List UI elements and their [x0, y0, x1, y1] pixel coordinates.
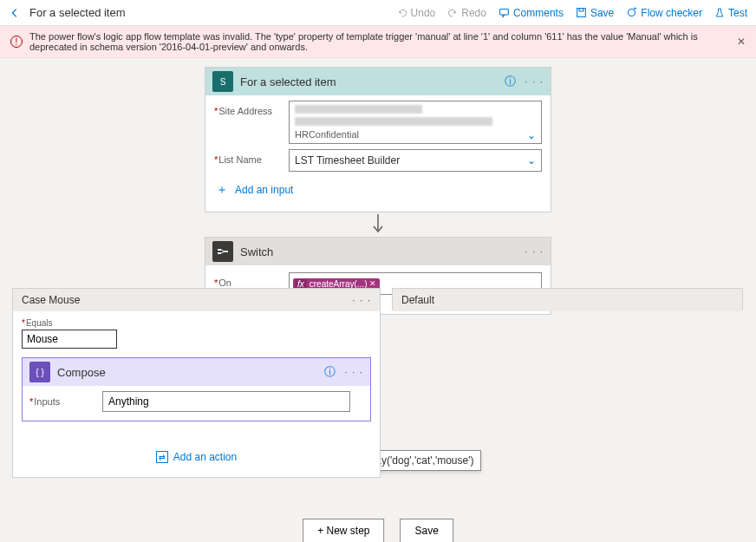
save-button[interactable]: Save: [576, 7, 614, 19]
case-header[interactable]: Case Mouse · · ·: [13, 289, 380, 311]
svg-line-8: [221, 250, 225, 251]
chevron-down-icon: ⌄: [527, 129, 536, 141]
svg-rect-5: [218, 249, 221, 251]
connector-arrow[interactable]: [205, 212, 551, 237]
case-menu[interactable]: · · ·: [352, 294, 371, 306]
add-input-button[interactable]: ＋ Add an input: [214, 177, 542, 203]
fx-icon: fx: [295, 279, 307, 289]
test-button[interactable]: Test: [714, 7, 747, 19]
error-close-button[interactable]: ✕: [737, 36, 746, 48]
svg-rect-2: [579, 9, 583, 11]
comments-button[interactable]: Comments: [499, 7, 564, 19]
designer-canvas: S For a selected item ⓘ · · · Site Addre…: [0, 58, 756, 542]
footer-actions: + New step Save: [303, 519, 453, 542]
compose-title: Compose: [57, 366, 106, 379]
svg-rect-0: [500, 9, 509, 15]
redo-icon: [447, 8, 458, 18]
save-icon: [576, 7, 587, 18]
flow-checker-button[interactable]: Flow checker: [626, 7, 702, 19]
token-text: createArray(...): [310, 279, 368, 289]
svg-point-3: [629, 9, 635, 16]
svg-line-9: [221, 251, 225, 253]
compose-card: { } Compose ⓘ · · · Inputs: [22, 357, 371, 421]
new-step-button[interactable]: + New step: [303, 519, 384, 542]
undo-icon: [397, 8, 407, 18]
flow-title: For a selected item: [29, 6, 126, 19]
info-icon[interactable]: ⓘ: [324, 364, 336, 380]
equals-label: Equals: [22, 318, 371, 328]
list-name-label: List Name: [214, 149, 289, 165]
error-message: The power flow's logic app flow template…: [29, 31, 730, 52]
sharepoint-icon: S: [212, 71, 233, 92]
checker-icon: [626, 7, 637, 18]
plus-icon: ＋: [216, 182, 228, 198]
compose-menu[interactable]: · · ·: [344, 366, 363, 378]
list-name-value: LST Timesheet Builder: [295, 154, 400, 167]
switch-title: Switch: [240, 245, 273, 258]
inputs-label: Inputs: [29, 396, 99, 407]
redo-button[interactable]: Redo: [447, 7, 486, 19]
token-remove[interactable]: ✕: [369, 279, 376, 288]
default-header[interactable]: Default: [393, 289, 742, 311]
case-title: Case Mouse: [22, 294, 80, 306]
add-action-button[interactable]: ⇄ Add an action: [22, 421, 371, 463]
info-icon[interactable]: ⓘ: [505, 74, 516, 89]
error-banner: ! The power flow's logic app flow templa…: [0, 26, 756, 58]
comment-icon: [499, 7, 510, 18]
switch-menu[interactable]: · · ·: [525, 245, 544, 258]
error-icon: !: [10, 36, 23, 48]
switch-header[interactable]: Switch · · ·: [205, 238, 551, 265]
equals-input[interactable]: [22, 330, 117, 349]
footer-save-button[interactable]: Save: [401, 519, 453, 542]
site-sublabel: HRConfidential: [295, 129, 527, 140]
compose-header[interactable]: { } Compose ⓘ · · ·: [23, 358, 370, 386]
inputs-field[interactable]: [102, 391, 350, 412]
switch-icon: [212, 241, 233, 262]
on-label: On: [214, 272, 289, 288]
default-title: Default: [401, 294, 434, 306]
arrow-down-icon: [370, 214, 386, 235]
list-name-field[interactable]: LST Timesheet Builder ⌄: [289, 149, 542, 172]
trigger-title: For a selected item: [240, 75, 336, 88]
top-toolbar: For a selected item Undo Redo Comments S…: [0, 0, 756, 26]
back-button[interactable]: [9, 7, 21, 19]
trigger-header[interactable]: S For a selected item ⓘ · · ·: [205, 68, 551, 95]
default-card: Default: [392, 288, 743, 310]
chevron-down-icon: ⌄: [527, 154, 536, 167]
trigger-card: S For a selected item ⓘ · · · Site Addre…: [205, 67, 551, 212]
trigger-menu[interactable]: · · ·: [525, 75, 544, 88]
arrow-left-icon: [9, 7, 21, 19]
flask-icon: [714, 7, 725, 18]
add-action-icon: ⇄: [156, 451, 168, 463]
case-card: Case Mouse · · · Equals { } Compose ⓘ · …: [12, 288, 381, 478]
svg-rect-7: [225, 251, 228, 252]
site-address-label: Site Address: [214, 101, 289, 116]
compose-icon: { }: [29, 362, 50, 382]
site-address-field[interactable]: HRConfidential ⌄: [289, 101, 542, 144]
svg-rect-1: [577, 9, 586, 17]
svg-rect-6: [218, 252, 221, 254]
undo-button[interactable]: Undo: [397, 7, 436, 19]
